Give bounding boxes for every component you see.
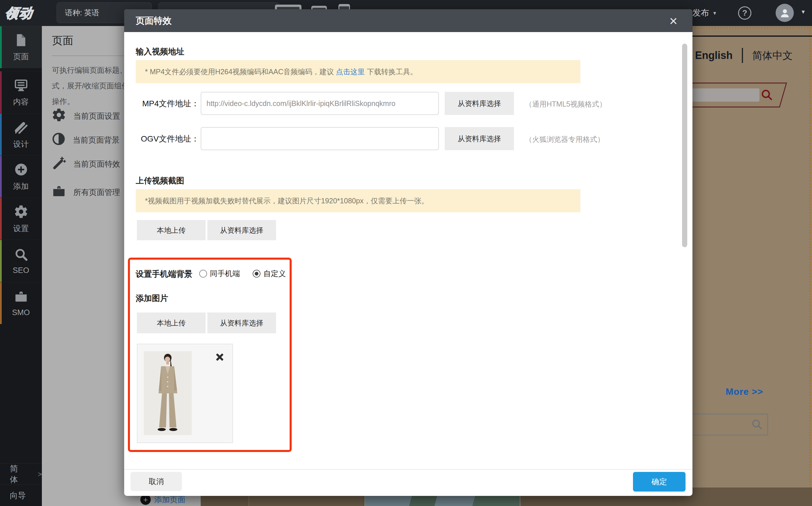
chevron-down-icon[interactable]: ▾ [802, 8, 805, 16]
notice-text: * MP4文件必须要使用H264视频编码和AAC音频编码，建议 [145, 67, 336, 77]
ogv-url-label: OGV文件地址： [127, 134, 199, 145]
app-logo: 领动 [4, 3, 53, 22]
notice-text: 下载转换工具。 [365, 67, 417, 77]
radio-custom[interactable]: 自定义 [253, 269, 286, 279]
remove-image-icon[interactable] [214, 352, 225, 362]
close-icon[interactable]: × [666, 13, 681, 28]
mp4-url-input[interactable] [201, 92, 439, 115]
confirm-button[interactable]: 确定 [633, 472, 686, 492]
cancel-button[interactable]: 取消 [130, 472, 182, 491]
radio-checked-icon[interactable] [253, 270, 261, 277]
publish-button[interactable]: 发布 ▾ [693, 0, 716, 26]
click-here-link[interactable]: 点击这里 [336, 67, 365, 77]
video-format-notice: * MP4文件必须要使用H264视频编码和AAC音频编码，建议 点击这里 下载转… [136, 60, 580, 83]
ogv-library-button[interactable]: 从资料库选择 [445, 127, 514, 150]
radio-unchecked-icon[interactable] [199, 270, 207, 277]
modal-header: 页面特效 × [124, 9, 693, 32]
user-icon [779, 7, 791, 19]
ogv-hint: （火狐浏览器专用格式） [525, 135, 604, 144]
radio-label: 自定义 [263, 269, 286, 279]
section-upload-screenshot: 上传视频截图 [136, 175, 184, 186]
avatar[interactable] [776, 4, 794, 22]
uploaded-image-preview [144, 351, 192, 435]
publish-label: 发布 [693, 7, 709, 19]
section-video-url: 输入视频地址 [136, 46, 184, 57]
chevron-down-icon: ▾ [713, 9, 716, 16]
app-root: English 简体中文 More >> 页面 可执行编辑页面标题、U 式，展开… [0, 0, 812, 506]
screenshot-notice: *视频截图用于视频加载失败时替代展示，建议图片尺寸1920*1080px，仅需要… [136, 189, 580, 212]
mp4-url-label: MP4文件地址： [127, 98, 199, 109]
mobile-bg-label: 设置手机端背景 [136, 269, 192, 279]
library-select-button[interactable]: 从资料库选择 [207, 313, 276, 333]
notice-text: *视频截图用于视频加载失败时替代展示，建议图片尺寸1920*1080px，仅需要… [145, 196, 429, 205]
mp4-hint: （通用HTML5视频格式） [525, 99, 606, 109]
radio-label: 同手机端 [210, 269, 240, 279]
footer-divider [124, 469, 693, 470]
radio-same-mobile[interactable]: 同手机端 [199, 269, 240, 279]
modal-scrollbar[interactable] [682, 44, 687, 247]
image-thumbnail-container [137, 344, 233, 443]
help-icon[interactable]: ? [738, 6, 751, 20]
local-upload-button[interactable]: 本地上传 [137, 313, 206, 333]
local-upload-button[interactable]: 本地上传 [137, 220, 206, 240]
add-image-label: 添加图片 [136, 293, 168, 304]
modal-title: 页面特效 [136, 9, 172, 32]
mp4-library-button[interactable]: 从资料库选择 [445, 92, 514, 115]
page-effects-modal: 页面特效 × 输入视频地址 * MP4文件必须要使用H264视频编码和AAC音频… [124, 9, 693, 496]
library-select-button[interactable]: 从资料库选择 [207, 220, 276, 240]
ogv-url-input[interactable] [201, 127, 439, 150]
